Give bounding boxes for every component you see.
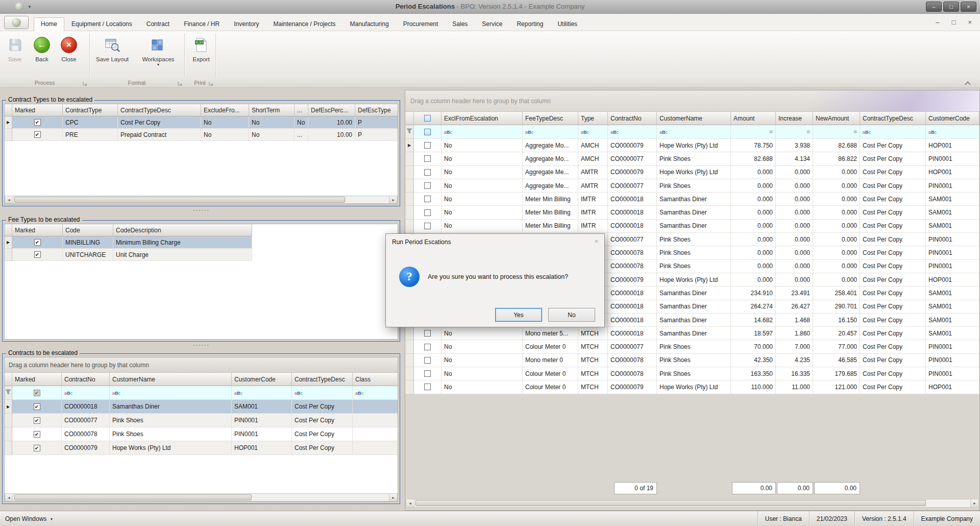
text-filter-icon[interactable]: aBc <box>610 128 619 135</box>
tab-inventory[interactable]: Inventory <box>227 17 266 31</box>
checkbox-on[interactable]: ✔ <box>34 403 40 410</box>
cell-select[interactable] <box>414 220 442 233</box>
column-header-contracttypedesc[interactable]: ContractTypeDesc <box>292 373 353 386</box>
escalation-row[interactable]: NoMeter Min BillingIMTRCO0000018Samantha… <box>405 220 979 233</box>
checkbox-off[interactable] <box>424 169 431 176</box>
checkbox-off[interactable] <box>424 182 431 189</box>
contract-row[interactable]: ✔CO0000079Hope Works (Pty) LtdHOP001Cost… <box>5 441 398 455</box>
cell-marked[interactable]: ✔ <box>12 414 62 427</box>
column-header-customername[interactable]: CustomerName <box>657 112 731 125</box>
cell-select[interactable] <box>414 354 442 367</box>
workspaces-dropdown-caret-icon[interactable]: ▼ <box>157 63 160 66</box>
column-header-newamount[interactable]: NewAmount <box>813 112 860 125</box>
dialog-close-icon[interactable]: × <box>594 237 598 245</box>
filter-cell-marked[interactable]: ✔ <box>12 386 62 400</box>
contracts-hscrollbar[interactable]: ◄► <box>5 493 398 501</box>
window-minimize-button[interactable]: – <box>926 2 942 12</box>
back-button[interactable]: ← Back <box>30 34 54 77</box>
no-button[interactable]: No <box>548 308 595 322</box>
filter-cell-contracttypedesc[interactable]: aBc <box>292 386 353 400</box>
tab-procurement[interactable]: Procurement <box>396 17 446 31</box>
text-filter-icon[interactable]: aBc <box>112 389 120 396</box>
checkbox-off[interactable] <box>424 344 431 350</box>
column-header-type[interactable]: Type <box>578 112 608 125</box>
column-header-amount[interactable]: Amount <box>731 112 776 125</box>
filter-cell-contractno[interactable]: aBc <box>608 125 657 139</box>
filter-cell-newamount[interactable]: = <box>813 125 860 139</box>
checkbox-on[interactable]: ✔ <box>34 445 40 451</box>
save-layout-button[interactable]: Save Layout <box>92 34 133 77</box>
column-header-marked[interactable]: Marked <box>12 373 62 386</box>
escalation-groupby-bar[interactable]: Drag a column header here to group by th… <box>405 90 979 112</box>
contracts-groupby-bar[interactable]: Drag a column header here to group by th… <box>5 357 398 373</box>
column-header-defescperc[interactable]: DefEscPerc... <box>308 104 355 116</box>
checkbox-on[interactable]: ✔ <box>34 251 41 258</box>
numeric-filter-icon[interactable]: = <box>807 129 810 135</box>
checkbox-on[interactable]: ✔ <box>34 239 41 246</box>
column-header-customername[interactable]: CustomerName <box>110 373 232 386</box>
column-header-col[interactable]: ... <box>295 104 308 116</box>
column-header-contracttypedesc[interactable]: ContractTypeDesc <box>118 104 201 116</box>
cell-select[interactable] <box>414 152 442 165</box>
contract-row[interactable]: ✔CO0000078Pink ShoesPIN0001Cost Per Copy <box>5 427 398 441</box>
contract-type-row[interactable]: ▶✔CPCCost Per CopyNoNoNo10.00P <box>5 116 398 129</box>
tab-equipment-locations[interactable]: Equipment / Locations <box>64 17 139 31</box>
column-header-customercode[interactable]: CustomerCode <box>926 112 979 125</box>
filter-funnel-icon[interactable] <box>406 128 412 135</box>
column-header-customercode[interactable]: CustomerCode <box>232 373 292 386</box>
dialog-launcher-icon[interactable] <box>83 80 87 87</box>
column-header-marked[interactable]: Marked <box>12 104 63 116</box>
mdi-close-button[interactable]: × <box>968 18 972 26</box>
cell-marked[interactable]: ✔ <box>12 400 62 414</box>
checkbox-off[interactable] <box>424 223 431 229</box>
filter-cell-customername[interactable]: aBc <box>657 125 731 139</box>
text-filter-icon[interactable]: aBc <box>64 389 72 396</box>
filter-cell-class[interactable]: aBc <box>353 386 398 400</box>
close-button[interactable]: × Close <box>56 34 82 77</box>
column-header-contracttypedesc[interactable]: ContractTypeDesc <box>860 112 926 125</box>
open-windows-button[interactable]: Open Windows ▼ <box>5 511 53 526</box>
text-filter-icon[interactable]: aBc <box>355 389 363 396</box>
scroll-left-icon[interactable]: ◄ <box>406 499 414 507</box>
filter-cell-feetypedesc[interactable]: aBc <box>523 125 578 139</box>
column-header-defesctype[interactable]: DefEscType <box>355 104 398 116</box>
text-filter-icon[interactable]: aBc <box>581 128 589 135</box>
scroll-thumb[interactable] <box>14 197 345 203</box>
column-header-class[interactable]: Class <box>353 373 398 386</box>
tab-home[interactable]: Home <box>34 17 64 31</box>
column-header-select-all[interactable] <box>414 112 442 125</box>
scroll-track[interactable] <box>13 494 389 501</box>
column-header-contractno[interactable]: ContractNo <box>62 373 110 386</box>
column-header-contractno[interactable]: ContractNo <box>608 112 657 125</box>
horizontal-splitter-grip[interactable]: •••••• <box>168 208 235 212</box>
contract-type-row[interactable]: ✔PREPrepaid ContractNoNo...10.00P <box>5 129 398 141</box>
column-header-feetypedesc[interactable]: FeeTypeDesc <box>523 112 578 125</box>
yes-button[interactable]: Yes <box>495 308 542 322</box>
scroll-left-icon[interactable]: ◄ <box>5 494 13 501</box>
filter-cell-contractno[interactable]: aBc <box>62 386 110 400</box>
escalation-row[interactable]: NoColour Meter 0MTCHCO0000078Pink Shoes1… <box>405 367 979 380</box>
checkbox-off[interactable] <box>424 142 431 149</box>
filter-cell-contracttypedesc[interactable]: aBc <box>860 125 926 139</box>
cell-select[interactable] <box>414 327 442 340</box>
filter-cell-type[interactable]: aBc <box>578 125 608 139</box>
escalation-row[interactable]: NoAggregate Mo...AMCHCO0000077Pink Shoes… <box>405 152 979 165</box>
horizontal-splitter-grip[interactable]: •••••• <box>168 343 235 347</box>
escalation-hscrollbar[interactable]: ◄► <box>406 499 979 508</box>
collapse-ribbon-chevron-icon[interactable] <box>965 81 970 87</box>
dialog-launcher-icon[interactable] <box>178 80 182 87</box>
column-header-shortterm[interactable]: ShortTerm <box>249 104 295 116</box>
filter-cell-increase[interactable]: = <box>776 125 813 139</box>
tab-reporting[interactable]: Reporting <box>509 17 550 31</box>
contract-row[interactable]: ✔CO0000077Pink ShoesPIN0001Cost Per Copy <box>5 414 398 427</box>
cell-marked[interactable]: ✔ <box>12 236 63 249</box>
numeric-filter-icon[interactable]: = <box>770 129 773 135</box>
scroll-track[interactable] <box>414 499 970 507</box>
checkbox-off[interactable] <box>424 370 431 377</box>
escalation-row[interactable]: NoMono meter 5...MTCHCO0000018Samanthas … <box>405 327 979 340</box>
scroll-track[interactable] <box>13 196 389 203</box>
contract-types-hscrollbar[interactable]: ◄► <box>5 196 398 204</box>
checkbox-on[interactable]: ✔ <box>34 131 41 138</box>
column-header-marked[interactable]: Marked <box>12 224 63 236</box>
tab-maintenance-projects[interactable]: Maintenance / Projects <box>266 17 343 31</box>
